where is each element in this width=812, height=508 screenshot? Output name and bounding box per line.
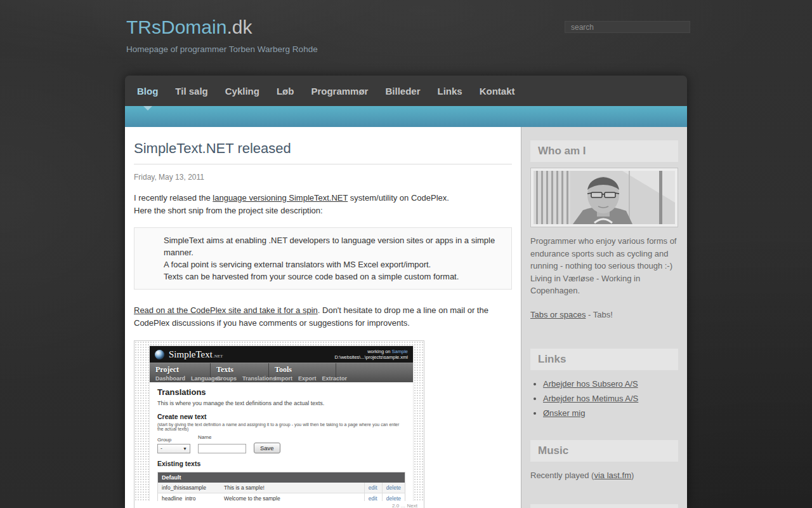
app-menu-title: Project [155, 365, 210, 375]
app-menu-tools: ToolsImportExportExtractor [269, 363, 336, 382]
app-create-note: (start by giving the text definition a n… [157, 422, 405, 431]
app-group-select: -▼ [157, 444, 190, 453]
blog-post: SimpleText.NET released Friday, May 13, … [125, 127, 521, 508]
edit-cell: edit [364, 493, 382, 501]
app-name-label: Name [198, 434, 246, 440]
title-divider [134, 164, 512, 164]
nav-item-billeder[interactable]: Billeder [385, 86, 420, 97]
sidebar-link-arbejder-hos-metimus-a-s[interactable]: Arbejder hos Metimus A/S [543, 394, 638, 403]
app-texts-table-body: info_thisisasampleThis is a sample!editd… [158, 483, 405, 502]
app-header: SimpleText.NET working on Sample D:\webs… [150, 346, 413, 363]
whoami-bio: Programmer who enjoy various forms of en… [530, 235, 678, 297]
screenshot-texture: SimpleText.NET working on Sample D:\webs… [134, 341, 424, 501]
nav-item-til-salg[interactable]: Til salg [175, 86, 207, 97]
tabs-or-spaces-line: Tabs or spaces - Tabs! [530, 309, 678, 321]
nav-item-kontakt[interactable]: Kontakt [480, 86, 515, 97]
blog-heading: Blog [530, 504, 678, 508]
app-menu: ProjectDashboardLanguagesTextsGroupsTran… [150, 363, 413, 382]
app-group-label: Group [157, 437, 190, 443]
music-heading: Music [530, 440, 678, 462]
app-page-title: Translations [157, 387, 405, 397]
nav-item-links[interactable]: Links [438, 86, 462, 97]
nav-item-blog[interactable]: Blog [137, 86, 158, 97]
globe-icon [155, 350, 164, 359]
app-menu-filler [336, 363, 413, 382]
list-item: Ønsker mig [543, 408, 678, 418]
app-menu-item-import: Import [275, 375, 292, 382]
table-row: headline_introWelcome to the sampleeditd… [158, 493, 405, 501]
links-heading: Links [530, 349, 678, 370]
portrait-photo [530, 168, 678, 227]
lastfm-link[interactable]: via last.fm [594, 471, 631, 480]
nav-item-cykling[interactable]: Cykling [225, 86, 259, 97]
app-texts-table: Default info_thisisasampleThis is a samp… [157, 472, 405, 502]
read-on-paragraph: Read on at the CodePlex site and take it… [134, 304, 512, 329]
intro-text-pre: I recently relased the [134, 193, 213, 203]
delete-link: delete [386, 495, 401, 502]
app-menu-texts: TextsGroupsTranslations [211, 363, 269, 382]
text-value-cell: Welcome to the sample [220, 493, 364, 501]
app-screenshot: SimpleText.NET working on Sample D:\webs… [150, 346, 413, 501]
sidebar: Who am I [521, 127, 687, 508]
project-description-quote: SimpleText aims at enabling .NET develop… [134, 227, 512, 290]
whoami-heading: Who am I [530, 140, 678, 162]
read-on-codeplex-link[interactable]: Read on at the CodePlex site and take it… [134, 305, 318, 315]
edit-link: edit [369, 485, 377, 491]
site-header: TRsDomain.dk Homepage of programmer Torb… [126, 17, 318, 54]
quote-line: SimpleText aims at enabling .NET develop… [164, 234, 502, 258]
text-key-cell: info_thisisasample [158, 483, 221, 493]
delete-cell: delete [382, 483, 405, 493]
app-working-on: working on Sample D:\websites\...\projec… [335, 349, 408, 361]
sidebar-links-list: Arbejder hos Subsero A/SArbejder hos Met… [530, 378, 678, 418]
delete-cell: delete [382, 493, 405, 501]
app-page-desc: This is where you manage the text defini… [157, 400, 405, 406]
main-nav: BlogTil salgCyklingLøbProgrammørBilleder… [125, 76, 687, 106]
post-date: Friday, May 13, 2011 [134, 173, 512, 182]
app-menu-title: Tools [275, 365, 336, 375]
edit-cell: edit [364, 483, 382, 493]
embedded-screenshot[interactable]: SimpleText.NET working on Sample D:\webs… [134, 340, 424, 508]
recently-played-line: Recently played (via last.fm) [530, 469, 678, 482]
app-menu-item-export: Export [298, 375, 317, 382]
search-input[interactable] [565, 21, 690, 33]
nav-item-l-b[interactable]: Løb [277, 86, 294, 97]
site-tagline: Homepage of programmer Torben Warberg Ro… [126, 44, 318, 54]
tabs-or-spaces-link[interactable]: Tabs or spaces [530, 310, 586, 319]
app-brand: SimpleText.NET [169, 349, 223, 360]
select-arrow-icon: ▼ [183, 446, 187, 451]
site-title-primary: TRsDomain [126, 17, 226, 37]
app-menu-project: ProjectDashboardLanguages [150, 363, 211, 382]
simpletext-codeplex-link[interactable]: language versioning SimpleText.NET [213, 193, 348, 203]
app-menu-title: Texts [216, 365, 268, 375]
app-table-group-header: Default [158, 472, 405, 483]
accent-band [125, 106, 687, 127]
text-key-cell: headline_intro [158, 493, 221, 501]
app-name-input [198, 444, 246, 453]
app-menu-item-groups: Groups [216, 375, 237, 382]
post-intro: I recently relased the language versioni… [134, 192, 512, 217]
list-item: Arbejder hos Metimus A/S [543, 393, 678, 404]
active-tab-pointer-icon [143, 106, 152, 110]
content-area: SimpleText.NET released Friday, May 13, … [125, 127, 687, 508]
intro-text-post: system/utility on CodePlex. [348, 193, 449, 203]
sidebar-link-nsker-mig[interactable]: Ønsker mig [543, 408, 585, 418]
site-title[interactable]: TRsDomain.dk [126, 17, 318, 38]
quote-line: Texts can be harvested from your source … [164, 271, 502, 283]
app-sample-link: Sample [392, 349, 408, 354]
portrait-photo-image [534, 171, 675, 224]
sidebar-link-arbejder-hos-subsero-a-s[interactable]: Arbejder hos Subsero A/S [543, 379, 638, 389]
screenshot-footer-fragment: 2.0 … Next [134, 501, 424, 508]
site-title-suffix: .dk [226, 17, 252, 37]
list-item: Arbejder hos Subsero A/S [543, 378, 678, 389]
text-value-cell: This is a sample! [220, 483, 364, 493]
nav-item-programm-r[interactable]: Programmør [311, 86, 368, 97]
app-create-heading: Create new text [157, 413, 405, 420]
app-file-path: D:\websites\...\projects\sample.xml [335, 354, 408, 361]
quote-line: A focal point is servicing external tran… [164, 258, 502, 271]
site-container: BlogTil salgCyklingLøbProgrammørBilleder… [125, 76, 687, 508]
post-title: SimpleText.NET released [134, 140, 512, 157]
edit-link: edit [369, 495, 377, 502]
app-existing-heading: Existing texts [157, 460, 405, 467]
intro-line2: Here the short snip from the project sit… [134, 206, 323, 215]
table-row: info_thisisasampleThis is a sample!editd… [158, 483, 405, 493]
